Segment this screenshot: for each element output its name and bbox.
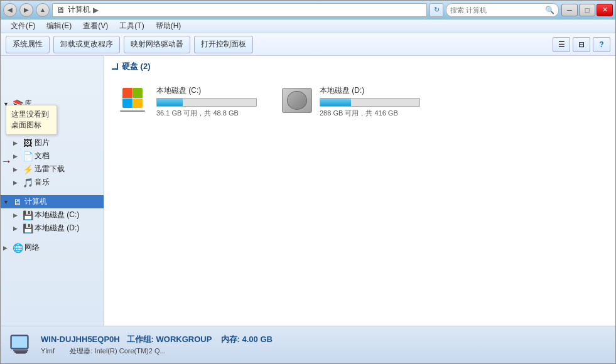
forward-button[interactable]: ▶ <box>19 3 33 17</box>
sidebar-item-label: 计算机 <box>24 196 47 207</box>
up-button[interactable]: ▲ <box>36 3 50 17</box>
memory-text: 4.00 GB <box>242 335 273 344</box>
drive-c-fill <box>157 99 183 106</box>
download-icon: ⚡ <box>23 164 33 174</box>
hdd-drive-icon <box>282 88 312 113</box>
sidebar-item-label: 迅雷下载 <box>35 164 65 174</box>
docs-icon: 📄 <box>23 151 33 161</box>
expand-icon: ▶ <box>13 140 21 146</box>
expand-icon: ▶ <box>13 179 21 186</box>
drive-d-progress <box>320 98 420 107</box>
search-input[interactable] <box>450 6 545 14</box>
sidebar-item-label: 图片 <box>35 137 50 148</box>
drive-d-item[interactable]: 本地磁盘 (D:) 288 GB 可用，共 416 GB <box>275 80 426 124</box>
toolbar-right: ☰ ⊟ ? <box>553 37 610 52</box>
refresh-button[interactable]: ↻ <box>430 3 443 17</box>
help-button[interactable]: ? <box>593 37 610 52</box>
workgroup-label: 工作组: <box>127 335 154 344</box>
drive-c-progress <box>156 98 257 107</box>
hostname-text: WIN-DUJHH5EQP0H <box>41 335 120 344</box>
uninstall-button[interactable]: 卸载或更改程序 <box>53 36 120 53</box>
pictures-icon: 🖼 <box>23 138 33 148</box>
drive-d-name: 本地磁盘 (D:) <box>320 85 420 96</box>
red-arrow-icon: → <box>1 155 12 168</box>
sidebar: 这里没看到桌面图标 → ▼ 📚 库 ▶ 📦 Apps <box>1 56 104 326</box>
main-window: ◀ ▶ ▲ 🖥 计算机 ▶ ↻ 🔍 ─ □ ✕ 文件(F) 编辑(E) 查看(V… <box>0 0 616 364</box>
drive-d-size: 288 GB 可用，共 416 GB <box>320 109 420 118</box>
drive-c-icon: 💾 <box>23 210 33 220</box>
sidebar-item-thunderdownload[interactable]: ▶ ⚡ 迅雷下载 <box>11 163 104 176</box>
memory-label: 内存: <box>221 335 240 344</box>
windows-flag-icon <box>122 88 143 108</box>
window-controls: ─ □ ✕ <box>561 4 613 16</box>
section-header-drives: 硬盘 (2) <box>112 61 608 72</box>
processor-text: Intel(R) Core(TM)2 Q... <box>95 347 166 355</box>
search-icon: 🔍 <box>545 6 554 14</box>
sidebar-item-network[interactable]: ▶ 🌐 网络 <box>1 241 104 254</box>
sidebar-item-pictures[interactable]: ▶ 🖼 图片 <box>11 136 104 149</box>
status-hostname: WIN-DUJHH5EQP0H 工作组: WORKGROUP 内存: 4.00 … <box>41 334 273 345</box>
minimize-button[interactable]: ─ <box>561 4 578 16</box>
sidebar-item-drive-c[interactable]: ▶ 💾 本地磁盘 (C:) <box>11 208 104 222</box>
drives-grid: 本地磁盘 (C:) 36.1 GB 可用，共 48.8 GB 本地磁盘 (D:) <box>112 80 608 124</box>
expand-icon: ▶ <box>13 225 21 232</box>
drive-c-info: 本地磁盘 (C:) 36.1 GB 可用，共 48.8 GB <box>156 85 257 118</box>
search-bar[interactable]: 🔍 <box>446 3 559 17</box>
computer-children: ▶ 💾 本地磁盘 (C:) ▶ 💾 本地磁盘 (D:) <box>1 208 104 235</box>
status-bar: WIN-DUJHH5EQP0H 工作组: WORKGROUP 内存: 4.00 … <box>1 326 615 363</box>
menu-help[interactable]: 帮助(H) <box>151 19 186 33</box>
sidebar-item-music[interactable]: ▶ 🎵 音乐 <box>11 176 104 189</box>
close-button[interactable]: ✕ <box>597 4 613 16</box>
svg-rect-1 <box>12 336 27 348</box>
processor-label: 处理器: <box>70 347 92 355</box>
title-bar-left: ◀ ▶ ▲ <box>3 3 50 17</box>
drive-c-size: 36.1 GB 可用，共 48.8 GB <box>156 109 257 118</box>
breadcrumb-text: 计算机 <box>68 4 90 15</box>
open-panel-button[interactable]: 打开控制面板 <box>194 36 253 53</box>
sidebar-item-label: 网络 <box>24 242 40 253</box>
expand-icon: ▶ <box>13 153 21 159</box>
title-bar: ◀ ▶ ▲ 🖥 计算机 ▶ ↻ 🔍 ─ □ ✕ <box>1 1 615 19</box>
menu-file[interactable]: 文件(F) <box>6 19 40 33</box>
workgroup-text: WORKGROUP <box>156 335 212 344</box>
content-area: 硬盘 (2) <box>104 56 615 326</box>
expand-icon: ▼ <box>3 199 11 205</box>
sidebar-item-label: 音乐 <box>35 177 50 188</box>
tooltip-text: 这里没看到桌面图标 <box>11 110 49 129</box>
expand-icon: ▶ <box>13 212 21 218</box>
menu-edit[interactable]: 编辑(E) <box>41 19 77 33</box>
section-title: 硬盘 (2) <box>122 61 151 72</box>
menu-tools[interactable]: 工具(T) <box>114 19 149 33</box>
status-computer-icon <box>8 333 33 358</box>
menu-view[interactable]: 查看(V) <box>78 19 113 33</box>
manufacturer-text: Ylmf <box>41 347 55 355</box>
svg-rect-3 <box>14 351 27 353</box>
view-toggle-button[interactable]: ☰ <box>553 37 570 52</box>
map-drive-button[interactable]: 映射网络驱动器 <box>124 36 190 53</box>
breadcrumb[interactable]: 🖥 计算机 ▶ <box>52 3 427 17</box>
sidebar-tree: ▼ 📚 库 ▶ 📦 Apps ▶ 🎬 视频 <box>1 58 104 255</box>
status-info: WIN-DUJHH5EQP0H 工作组: WORKGROUP 内存: 4.00 … <box>41 334 273 356</box>
system-properties-button[interactable]: 系统属性 <box>6 36 50 53</box>
sidebar-item-computer[interactable]: ▼ 🖥 计算机 <box>1 195 104 208</box>
back-button[interactable]: ◀ <box>3 3 17 17</box>
drive-d-info: 本地磁盘 (D:) 288 GB 可用，共 416 GB <box>320 85 420 118</box>
sidebar-item-drive-d[interactable]: ▶ 💾 本地磁盘 (D:) <box>11 222 104 235</box>
layout-button[interactable]: ⊟ <box>573 37 590 52</box>
maximize-button[interactable]: □ <box>579 4 595 16</box>
menu-bar: 文件(F) 编辑(E) 查看(V) 工具(T) 帮助(H) <box>1 19 615 33</box>
sidebar-item-label: 本地磁盘 (C:) <box>35 210 79 220</box>
drive-d-fill <box>320 99 351 106</box>
svg-rect-4 <box>16 353 26 354</box>
network-icon: 🌐 <box>13 243 23 253</box>
main-area: 这里没看到桌面图标 → ▼ 📚 库 ▶ 📦 Apps <box>1 56 615 326</box>
tooltip-popup: 这里没看到桌面图标 <box>6 105 57 135</box>
drive-d-icon: 💾 <box>23 223 33 233</box>
status-detail: Ylmf 处理器: Intel(R) Core(TM)2 Q... <box>41 346 273 356</box>
toolbar: 系统属性 卸载或更改程序 映射网络驱动器 打开控制面板 ☰ ⊟ ? <box>1 33 615 56</box>
drive-c-item[interactable]: 本地磁盘 (C:) 36.1 GB 可用，共 48.8 GB <box>112 80 262 124</box>
sidebar-item-docs[interactable]: ▶ 📄 文档 <box>11 149 104 163</box>
drive-c-name: 本地磁盘 (C:) <box>156 85 257 96</box>
music-icon: 🎵 <box>23 178 33 188</box>
sidebar-item-label: 本地磁盘 (D:) <box>35 223 79 233</box>
